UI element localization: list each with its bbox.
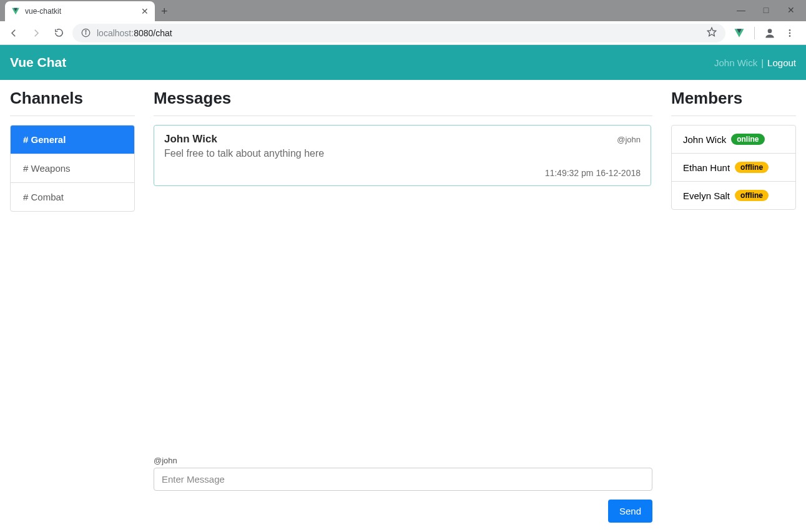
compose-handle-label: @john [154,456,652,465]
svg-marker-3 [707,27,715,36]
members-column: Members John Wick online Ethan Hunt offl… [671,89,796,523]
compose-area: @john Send [154,456,652,523]
messages-divider [154,116,652,116]
browser-right-icons [730,24,801,42]
nav-forward-icon[interactable] [27,24,45,42]
new-tab-button[interactable]: + [161,5,168,18]
toolbar-divider [754,27,755,39]
address-bar[interactable]: localhost:8080/chat [72,24,725,42]
window-controls: — □ ✕ [736,0,806,20]
reload-icon[interactable] [50,24,67,42]
window-close-icon[interactable]: ✕ [786,5,796,15]
member-name: Evelyn Salt [683,190,730,201]
status-badge: offline [735,162,769,173]
status-badge: offline [735,190,769,201]
send-button[interactable]: Send [608,500,652,523]
profile-icon[interactable] [761,24,779,42]
members-title: Members [671,89,796,108]
app-header: Vue Chat John Wick | Logout [0,45,806,80]
app-title: Vue Chat [10,55,66,70]
current-user-name: John Wick [714,57,757,68]
channels-divider [10,116,135,116]
channel-item-general[interactable]: # General [11,126,134,154]
tab-close-icon[interactable]: ✕ [141,6,149,16]
channels-title: Channels [10,89,135,108]
browser-menu-icon[interactable] [781,24,799,42]
browser-toolbar: localhost:8080/chat [0,21,806,45]
svg-point-4 [768,29,772,33]
channel-item-weapons[interactable]: # Weapons [11,154,134,183]
messages-column: Messages John Wick @john Feel free to ta… [154,89,652,523]
member-item: John Wick online [672,126,795,154]
user-separator: | [761,57,764,68]
member-list: John Wick online Ethan Hunt offline Evel… [671,125,796,210]
url-text: localhost:8080/chat [97,28,172,38]
messages-title: Messages [154,89,652,108]
vue-extension-icon[interactable] [730,24,748,42]
member-item: Ethan Hunt offline [672,154,795,182]
message-sender: John Wick [164,133,217,145]
browser-tab[interactable]: vue-chatkit ✕ [5,1,155,21]
browser-tab-strip: vue-chatkit ✕ + — □ ✕ [0,0,806,21]
members-divider [671,116,796,116]
user-area: John Wick | Logout [714,57,796,68]
channel-list: # General # Weapons # Combat [10,125,135,212]
member-item: Evelyn Salt offline [672,182,795,209]
member-name: Ethan Hunt [683,162,730,173]
svg-point-6 [789,32,791,34]
message-body: Feel free to talk about anything here [164,148,641,159]
channel-item-combat[interactable]: # Combat [11,183,134,211]
message-header: John Wick @john [164,133,641,145]
window-minimize-icon[interactable]: — [736,5,746,15]
message-card: John Wick @john Feel free to talk about … [154,125,651,186]
message-timestamp: 11:49:32 pm 16-12-2018 [164,168,641,178]
svg-point-5 [789,29,791,31]
nav-back-icon[interactable] [5,24,22,42]
info-icon [81,28,91,37]
star-icon[interactable] [707,27,717,39]
main-layout: Channels # General # Weapons # Combat Me… [0,80,806,532]
svg-point-2 [86,31,86,31]
svg-point-7 [789,35,791,37]
logout-link[interactable]: Logout [767,57,796,68]
channels-column: Channels # General # Weapons # Combat [10,89,135,523]
tab-title: vue-chatkit [25,7,141,16]
window-maximize-icon[interactable]: □ [761,5,771,15]
message-input[interactable] [154,468,652,491]
messages-scroll-area[interactable]: John Wick @john Feel free to talk about … [154,125,652,450]
member-name: John Wick [683,134,726,145]
message-handle: @john [617,135,641,144]
status-badge: online [731,134,764,145]
vue-favicon-icon [11,7,20,16]
